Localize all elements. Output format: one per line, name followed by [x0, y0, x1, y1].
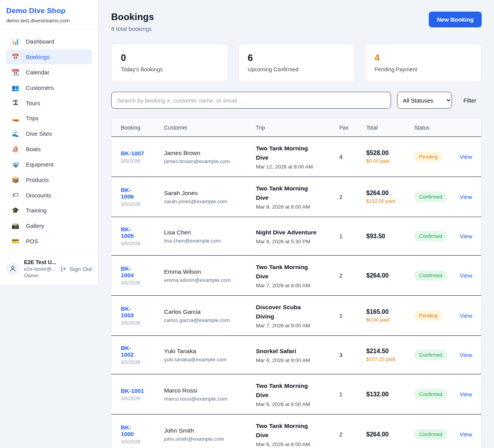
- view-link[interactable]: View: [460, 153, 472, 160]
- sidebar-item-discounts[interactable]: 🏷 Discounts: [6, 188, 92, 202]
- booking-id-link[interactable]: BK-1001: [121, 387, 144, 394]
- sidebar-item-label: Discounts: [26, 192, 51, 199]
- trip-cell: Two Tank Morning Dive Mar 6, 2026 at 8:0…: [256, 381, 339, 407]
- customer-name: James Brown: [164, 150, 251, 157]
- total-cell: $165.00 $0.00 paid: [366, 308, 414, 323]
- sidebar-item-pos[interactable]: 💳 POS: [6, 234, 92, 249]
- table-row: BK-1007 3/5/2026 James Brown james.brown…: [112, 137, 481, 177]
- booking-id-link[interactable]: BK-1005: [121, 226, 138, 239]
- customer-name: Marco Rossi: [164, 387, 251, 394]
- customer-email: marco.rossi@example.com: [164, 396, 251, 402]
- brand-title[interactable]: Demo Dive Shop: [6, 7, 92, 15]
- sidebar-item-label: Products: [26, 177, 49, 183]
- booking-cell: BK-1000 3/5/2026: [121, 424, 164, 445]
- total-amount: $264.00: [366, 190, 409, 197]
- trip-name: Discover Scuba Diving: [256, 303, 318, 321]
- person-icon: [9, 265, 16, 272]
- sidebar-item-label: POS: [26, 238, 38, 244]
- view-link[interactable]: View: [460, 233, 472, 239]
- sidebar-item-label: Trips: [26, 115, 39, 121]
- filter-row: All Statuses Filter: [111, 92, 482, 109]
- booking-created-date: 3/5/2026: [121, 241, 159, 246]
- customer-cell: Marco Rossi marco.rossi@example.com: [164, 387, 256, 402]
- booking-id-link[interactable]: BK-1004: [121, 265, 138, 278]
- search-input[interactable]: [111, 92, 391, 109]
- sidebar-item-gallery[interactable]: 📸 Gallery: [6, 218, 92, 233]
- discounts-icon: 🏷: [12, 192, 19, 199]
- gallery-icon: 📸: [12, 222, 19, 229]
- total-amount: $264.00: [366, 272, 409, 279]
- sidebar-item-dive-sites[interactable]: 🌊 Dive Sites: [6, 126, 92, 141]
- sidebar-item-products[interactable]: 📦 Products: [6, 172, 92, 187]
- actions-cell: View: [460, 431, 477, 438]
- sidebar-item-dashboard[interactable]: 📊 Dashboard: [6, 34, 92, 49]
- trip-name: Snorkel Safari: [256, 347, 318, 356]
- sign-out-icon: [60, 266, 67, 272]
- user-role: Owner: [24, 273, 56, 278]
- bookings-icon: 📅: [12, 53, 19, 61]
- trip-cell: Two Tank Morning Dive Mar 6, 2026 at 8:0…: [256, 421, 339, 447]
- status-cell: Pending: [414, 152, 460, 162]
- total-amount: $93.50: [366, 233, 409, 240]
- user-name: E2E Test U...: [24, 259, 56, 265]
- view-link[interactable]: View: [460, 194, 472, 200]
- status-filter-select[interactable]: All Statuses: [397, 92, 452, 109]
- view-link[interactable]: View: [460, 352, 472, 358]
- booking-id-link[interactable]: BK-1002: [121, 345, 138, 358]
- trip-datetime: Mar 6, 2026 at 9:00 AM: [256, 357, 335, 363]
- booking-id-link[interactable]: BK-1003: [121, 305, 138, 318]
- sidebar-item-bookings[interactable]: 📅 Bookings: [6, 49, 92, 64]
- customer-email: emma.wilson@example.com: [164, 277, 251, 283]
- view-link[interactable]: View: [460, 312, 472, 319]
- stat-value: 0: [121, 52, 218, 63]
- booking-created-date: 3/5/2026: [121, 396, 159, 401]
- dashboard-icon: 📊: [12, 38, 19, 45]
- booking-id-link[interactable]: BK-1000: [121, 424, 138, 437]
- sidebar-item-equipment[interactable]: 🤿 Equipment: [6, 157, 92, 172]
- new-booking-button[interactable]: New Booking: [429, 12, 482, 27]
- pos-icon: 💳: [12, 237, 19, 245]
- sidebar-item-boats[interactable]: ⛵ Boats: [6, 141, 92, 157]
- sidebar-item-training[interactable]: 🎓 Training: [6, 203, 92, 218]
- bookings-table: Booking Customer Trip Pax Total Status B…: [111, 118, 482, 448]
- stat-value: 6: [248, 52, 345, 63]
- sidebar: Demo Dive Shop demo.test.divestreams.com…: [0, 0, 98, 285]
- filter-button[interactable]: Filter: [458, 97, 482, 104]
- trip-name: Two Tank Morning Dive: [256, 144, 318, 162]
- brand-block: Demo Dive Shop demo.test.divestreams.com: [0, 0, 98, 29]
- booking-created-date: 3/5/2026: [121, 280, 159, 286]
- column-header-booking: Booking: [121, 125, 164, 131]
- total-amount: $528.00: [366, 150, 409, 157]
- status-badge: Confirmed: [414, 192, 447, 202]
- sidebar-item-customers[interactable]: 👥 Customers: [6, 80, 92, 95]
- view-link[interactable]: View: [460, 272, 472, 279]
- sidebar-item-tours[interactable]: 🏝 Tours: [6, 96, 92, 110]
- view-link[interactable]: View: [460, 431, 472, 438]
- customer-name: John Smith: [164, 427, 251, 434]
- booking-id-link[interactable]: BK-1007: [121, 150, 144, 157]
- status-badge: Confirmed: [414, 389, 447, 399]
- sidebar-item-trips[interactable]: 🚤 Trips: [6, 111, 92, 126]
- total-cell: $264.00 $132.00 paid: [366, 190, 414, 204]
- status-badge: Pending: [414, 310, 443, 321]
- actions-cell: View: [460, 391, 477, 398]
- pax-count: 1: [339, 233, 366, 239]
- column-header-customer: Customer: [164, 125, 256, 131]
- column-header-total: Total: [366, 125, 414, 131]
- table-row: BK-1002 3/5/2026 Yuki Tanaka yuki.tanaka…: [112, 336, 481, 374]
- view-link[interactable]: View: [460, 391, 472, 397]
- total-amount: $214.50: [366, 348, 409, 355]
- customer-name: Carlos Garcia: [164, 308, 251, 315]
- booking-cell: BK-1003 3/5/2026: [121, 305, 164, 326]
- sign-out-button[interactable]: Sign Out: [60, 266, 92, 272]
- booking-id-link[interactable]: BK-1006: [121, 187, 138, 200]
- trip-cell: Night Dive Adventure Mar 8, 2026 at 5:30…: [256, 228, 339, 244]
- trip-name: Two Tank Morning Dive: [256, 263, 318, 281]
- customer-cell: Yuki Tanaka yuki.tanaka@example.com: [164, 348, 256, 362]
- sidebar-item-calendar[interactable]: 📆 Calendar: [6, 65, 92, 80]
- actions-cell: View: [460, 352, 477, 359]
- customer-email: carlos.garcia@example.com: [164, 317, 251, 323]
- total-amount: $165.00: [366, 308, 409, 315]
- actions-cell: View: [460, 153, 477, 160]
- sidebar-item-label: Tours: [26, 100, 40, 106]
